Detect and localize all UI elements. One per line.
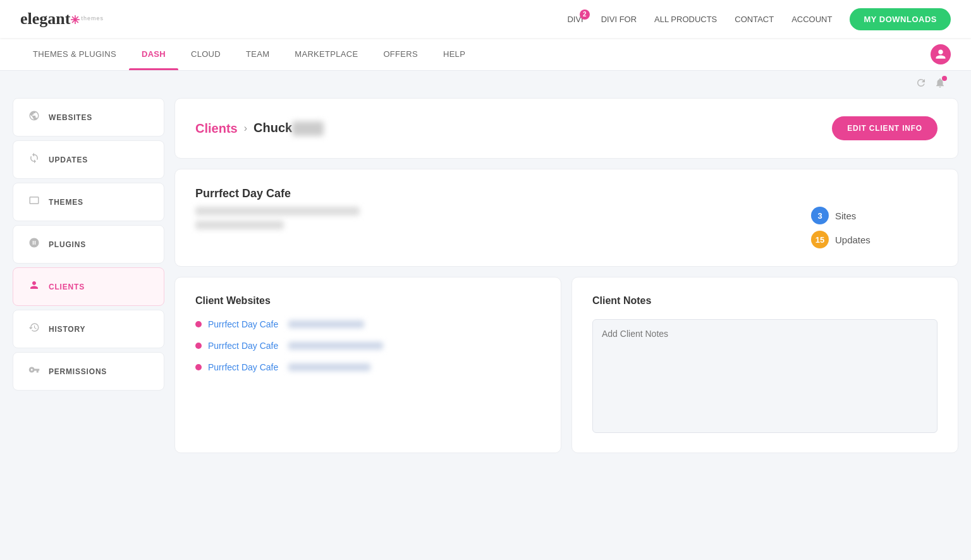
nav-all-products[interactable]: ALL PRODUCTS xyxy=(654,15,717,24)
sidebar-item-history[interactable]: HISTORY xyxy=(13,310,164,348)
client-name-title: Purrfect Day Cafe xyxy=(195,187,937,200)
permissions-icon xyxy=(28,364,40,379)
updates-label: Updates xyxy=(835,234,870,245)
breadcrumb-clients-link[interactable]: Clients xyxy=(195,121,238,136)
nav-contact[interactable]: CONTACT xyxy=(735,15,774,24)
clients-icon xyxy=(28,279,40,294)
breadcrumb-card: Clients › Chuck EDIT CLIENT INFO xyxy=(174,98,958,159)
sidebar-history-label: HISTORY xyxy=(49,325,85,334)
secondary-navigation: THEMES & PLUGINS DASH CLOUD TEAM MARKETP… xyxy=(0,38,971,71)
client-notes-textarea[interactable] xyxy=(592,319,937,433)
sidebar-clients-label: CLIENTS xyxy=(49,283,85,291)
website-blurred-1 xyxy=(288,320,364,328)
website-link-2[interactable]: Purrfect Day Cafe xyxy=(208,341,278,351)
client-info-card: Purrfect Day Cafe 3 Sites 15 Updates xyxy=(174,169,958,267)
sidebar: WEBSITES UPDATES THEMES xyxy=(13,98,164,463)
history-icon xyxy=(28,322,40,336)
notifications-icon[interactable] xyxy=(934,77,946,92)
client-websites-card: Client Websites Purrfect Day Cafe Purrfe… xyxy=(174,277,561,453)
sidebar-item-themes[interactable]: THEMES xyxy=(13,183,164,221)
tab-marketplace[interactable]: MARKETPLACE xyxy=(282,38,370,70)
sites-label: Sites xyxy=(835,210,856,221)
tab-offers[interactable]: OFFERS xyxy=(370,38,431,70)
website-item-2: Purrfect Day Cafe xyxy=(195,341,540,351)
my-downloads-button[interactable]: MY DOWNLOADS xyxy=(850,8,951,30)
websites-title: Client Websites xyxy=(195,295,540,307)
stat-sites: 3 Sites xyxy=(811,207,937,224)
refresh-icon[interactable] xyxy=(915,77,927,92)
avatar[interactable] xyxy=(931,44,951,64)
nav-divi[interactable]: DIVI 2 xyxy=(567,15,583,24)
client-details xyxy=(195,207,773,234)
nav-account[interactable]: ACCOUNT xyxy=(791,15,832,24)
tab-themes-plugins[interactable]: THEMES & PLUGINS xyxy=(20,38,129,70)
sidebar-item-plugins[interactable]: PLUGINS xyxy=(13,225,164,264)
website-item-3: Purrfect Day Cafe xyxy=(195,362,540,372)
website-item-1: Purrfect Day Cafe xyxy=(195,319,540,329)
client-stats: 3 Sites 15 Updates xyxy=(811,207,937,248)
content-area: Clients › Chuck EDIT CLIENT INFO Purrfec… xyxy=(174,98,958,463)
tab-help[interactable]: HELP xyxy=(431,38,478,70)
updates-icon xyxy=(28,152,40,167)
sec-nav-items: THEMES & PLUGINS DASH CLOUD TEAM MARKETP… xyxy=(20,38,478,70)
client-info-row: 3 Sites 15 Updates xyxy=(195,207,937,248)
sidebar-item-websites[interactable]: WEBSITES xyxy=(13,98,164,137)
sidebar-permissions-label: PERMISSIONS xyxy=(49,367,107,376)
sec-nav-right xyxy=(931,44,951,64)
website-blurred-3 xyxy=(288,363,370,371)
logo-sub: themes xyxy=(81,15,104,21)
edit-client-info-button[interactable]: EDIT CLIENT INFO xyxy=(832,116,937,140)
website-link-3[interactable]: Purrfect Day Cafe xyxy=(208,362,278,372)
blurred-name xyxy=(292,121,324,136)
divi-badge: 2 xyxy=(580,9,590,20)
nav-divi-for[interactable]: DIVI FOR xyxy=(601,15,637,24)
website-dot-3 xyxy=(195,364,202,370)
top-navigation: elegant✳ themes DIVI 2 DIVI FOR ALL PROD… xyxy=(0,0,971,38)
websites-content: Client Websites Purrfect Day Cafe Purrfe… xyxy=(175,277,561,401)
sidebar-updates-label: UPDATES xyxy=(49,155,88,164)
sidebar-websites-label: WEBSITES xyxy=(49,113,92,122)
tab-dash[interactable]: DASH xyxy=(129,38,178,70)
client-blurred-line-1 xyxy=(195,207,360,216)
sidebar-item-updates[interactable]: UPDATES xyxy=(13,140,164,179)
client-blurred-line-2 xyxy=(195,221,284,229)
sites-badge: 3 xyxy=(811,207,829,224)
breadcrumb-arrow: › xyxy=(244,123,247,134)
themes-icon xyxy=(28,195,40,209)
stat-updates: 15 Updates xyxy=(811,231,937,248)
sidebar-themes-label: THEMES xyxy=(49,198,83,207)
website-link-1[interactable]: Purrfect Day Cafe xyxy=(208,319,278,329)
website-dot-1 xyxy=(195,321,202,327)
top-nav-links: DIVI 2 DIVI FOR ALL PRODUCTS CONTACT ACC… xyxy=(567,8,951,30)
updates-badge: 15 xyxy=(811,231,829,248)
two-column-section: Client Websites Purrfect Day Cafe Purrfe… xyxy=(174,277,958,463)
logo[interactable]: elegant✳ themes xyxy=(20,9,104,28)
sidebar-item-permissions[interactable]: PERMISSIONS xyxy=(13,352,164,391)
tab-cloud[interactable]: CLOUD xyxy=(178,38,233,70)
notification-dot xyxy=(942,76,947,81)
notes-content: Client Notes xyxy=(572,277,958,453)
breadcrumb: Clients › Chuck xyxy=(195,121,324,136)
notes-title: Client Notes xyxy=(592,295,937,307)
action-bar xyxy=(0,71,971,98)
globe-icon xyxy=(28,110,40,125)
website-blurred-2 xyxy=(288,342,383,350)
sidebar-item-clients[interactable]: CLIENTS xyxy=(13,267,164,306)
client-notes-card: Client Notes xyxy=(571,277,958,453)
plugins-icon xyxy=(28,237,40,252)
main-layout: WEBSITES UPDATES THEMES xyxy=(0,98,971,476)
sidebar-plugins-label: PLUGINS xyxy=(49,240,86,249)
tab-team[interactable]: TEAM xyxy=(233,38,282,70)
website-dot-2 xyxy=(195,343,202,349)
breadcrumb-client-name: Chuck xyxy=(253,121,324,136)
